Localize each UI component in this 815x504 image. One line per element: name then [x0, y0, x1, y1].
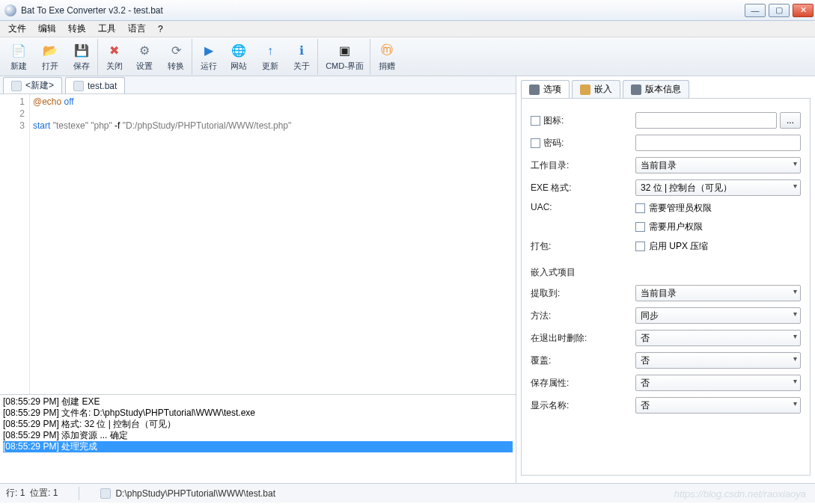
- toolbar: 📄新建📂打开💾保存✖关闭⚙设置⟳转换▶运行🌐网站↑更新ℹ关于▣CMD-界面ⓜ捐赠: [0, 37, 815, 76]
- toolbar-update-icon[interactable]: ↑更新: [254, 39, 286, 75]
- method-select[interactable]: 同步: [635, 307, 801, 324]
- options-tab-0[interactable]: 选项: [521, 80, 570, 98]
- box-icon: [580, 84, 590, 95]
- toolbar-convert-icon[interactable]: ⟳转换: [160, 39, 192, 75]
- attr-label: 保存属性:: [531, 377, 635, 390]
- toolbar-close-icon[interactable]: ✖关闭: [97, 39, 129, 75]
- options-tab-label: 版本信息: [645, 83, 681, 96]
- log-line[interactable]: [08:55:29 PM] 添加资源 ... 确定: [3, 430, 513, 441]
- toolbar-globe-icon[interactable]: 🌐网站: [223, 39, 254, 75]
- status-bar: 行: 1 位置: 1 D:\phpStudy\PHPTutorial\WWW\t…: [0, 483, 815, 503]
- toolbar-play-icon[interactable]: ▶运行: [192, 39, 223, 75]
- play-icon: ▶: [200, 42, 218, 60]
- overwrite-label: 覆盖:: [531, 354, 635, 367]
- status-path: D:\phpStudy\PHPTutorial\WWW\test.bat: [100, 488, 275, 499]
- toolbar-folder-open-icon[interactable]: 📂打开: [34, 39, 66, 75]
- icon-label: 图标:: [531, 114, 635, 127]
- password-checkbox[interactable]: [531, 138, 540, 148]
- menu-item-1[interactable]: 编辑: [33, 21, 61, 37]
- exe-format-select[interactable]: 32 位 | 控制台（可见）: [635, 179, 801, 196]
- toolbar-label: 设置: [136, 61, 153, 72]
- delexit-select[interactable]: 否: [635, 330, 801, 346]
- log-line[interactable]: [08:55:29 PM] 处理完成: [3, 441, 513, 452]
- title-bar: Bat To Exe Converter v3.2 - test.bat — ▢…: [0, 0, 815, 21]
- menu-item-0[interactable]: 文件: [3, 21, 31, 37]
- right-column: 选项嵌入版本信息 图标: ... 密码: 工作目录: 当前目录 EXE 格式: …: [516, 76, 815, 483]
- editor-content[interactable]: @echo off start "testexe" "php" -f "D:/p…: [30, 94, 516, 394]
- uac-label: UAC:: [531, 202, 635, 212]
- toolbar-label: 关于: [293, 61, 310, 72]
- password-input[interactable]: [635, 135, 801, 151]
- maximize-button[interactable]: ▢: [769, 4, 790, 17]
- row-icon: 图标: ...: [531, 109, 801, 132]
- toolbar-label: 打开: [42, 61, 58, 72]
- file-tab-1[interactable]: test.bat: [65, 77, 125, 93]
- icon-input[interactable]: [635, 112, 777, 129]
- toolbar-settings-icon[interactable]: ⚙设置: [129, 39, 160, 75]
- overwrite-select[interactable]: 否: [635, 352, 801, 369]
- options-tab-1[interactable]: 嵌入: [572, 80, 620, 98]
- upx-checkbox[interactable]: [635, 242, 645, 251]
- toolbar-cmd-icon[interactable]: ▣CMD-界面: [317, 39, 370, 75]
- main-area: <新建>test.bat 123 @echo off start "testex…: [0, 76, 815, 483]
- toolbar-info-icon[interactable]: ℹ关于: [286, 39, 317, 75]
- delexit-label: 在退出时删除:: [531, 332, 635, 345]
- minimize-button[interactable]: —: [745, 4, 766, 17]
- left-column: <新建>test.bat 123 @echo off start "testex…: [0, 76, 516, 483]
- extract-select[interactable]: 当前目录: [635, 285, 801, 301]
- menu-item-5[interactable]: ?: [153, 22, 168, 36]
- disp-select[interactable]: 否: [635, 397, 801, 414]
- uac-admin-checkbox[interactable]: [635, 203, 645, 213]
- uac-admin-option[interactable]: 需要管理员权限: [635, 202, 712, 215]
- file-icon: [11, 81, 22, 91]
- toolbar-label: 转换: [168, 61, 184, 72]
- icon-checkbox[interactable]: [531, 116, 540, 126]
- log-panel[interactable]: [08:55:29 PM] 创建 EXE[08:55:29 PM] 文件名: D…: [0, 395, 516, 483]
- menu-item-3[interactable]: 工具: [93, 21, 121, 37]
- menu-bar: 文件编辑转换工具语言?: [0, 21, 815, 37]
- log-line[interactable]: [08:55:29 PM] 格式: 32 位 | 控制台（可见）: [3, 419, 513, 430]
- close-button[interactable]: ✕: [793, 4, 814, 17]
- menu-item-2[interactable]: 转换: [63, 21, 91, 37]
- toolbar-donate-icon[interactable]: ⓜ捐赠: [370, 39, 401, 75]
- close-icon: ✖: [106, 42, 123, 60]
- icon-browse-button[interactable]: ...: [780, 112, 801, 129]
- row-exe-format: EXE 格式: 32 位 | 控制台（可见）: [531, 176, 801, 199]
- attr-select[interactable]: 否: [635, 375, 801, 391]
- convert-icon: ⟳: [167, 42, 185, 60]
- donate-icon: ⓜ: [378, 42, 396, 60]
- row-working-dir: 工作目录: 当前目录: [531, 154, 801, 176]
- status-cursor: 行: 1 位置: 1: [6, 487, 58, 500]
- gear-icon: [529, 84, 540, 95]
- method-label: 方法:: [531, 310, 635, 322]
- menu-item-4[interactable]: 语言: [123, 21, 151, 37]
- disp-label: 显示名称:: [531, 399, 635, 412]
- options-tab-label: 选项: [543, 83, 561, 96]
- upx-option[interactable]: 启用 UPX 压缩: [635, 240, 708, 253]
- working-dir-select[interactable]: 当前目录: [635, 157, 801, 173]
- uac-user-option[interactable]: 需要用户权限: [635, 221, 703, 233]
- log-line[interactable]: [08:55:29 PM] 创建 EXE: [3, 396, 513, 408]
- toolbar-label: 保存: [73, 61, 90, 72]
- editor-gutter: 123: [0, 94, 30, 394]
- uac-user-checkbox[interactable]: [635, 222, 645, 232]
- code-editor[interactable]: 123 @echo off start "testexe" "php" -f "…: [0, 94, 516, 395]
- toolbar-label: 运行: [201, 61, 217, 72]
- exe-format-label: EXE 格式:: [531, 182, 635, 194]
- log-line[interactable]: [08:55:29 PM] 文件名: D:\phpStudy\PHPTutori…: [3, 408, 513, 419]
- update-icon: ↑: [261, 42, 279, 60]
- toolbar-save-icon[interactable]: 💾保存: [66, 39, 97, 75]
- file-tabs: <新建>test.bat: [0, 76, 516, 94]
- toolbar-label: 关闭: [106, 61, 123, 72]
- file-tab-label: <新建>: [25, 79, 54, 92]
- options-tabs: 选项嵌入版本信息: [521, 79, 811, 99]
- window-title: Bat To Exe Converter v3.2 - test.bat: [21, 5, 745, 16]
- toolbar-label: CMD-界面: [326, 61, 364, 72]
- row-uac: UAC: 需要管理员权限 需要用户权限: [531, 199, 801, 235]
- working-dir-label: 工作目录:: [531, 159, 635, 172]
- file-tab-0[interactable]: <新建>: [3, 77, 62, 93]
- toolbar-file-new-icon[interactable]: 📄新建: [3, 39, 34, 75]
- options-tab-2[interactable]: 版本信息: [623, 80, 689, 98]
- save-icon: 💾: [73, 42, 91, 60]
- file-icon: [100, 488, 111, 499]
